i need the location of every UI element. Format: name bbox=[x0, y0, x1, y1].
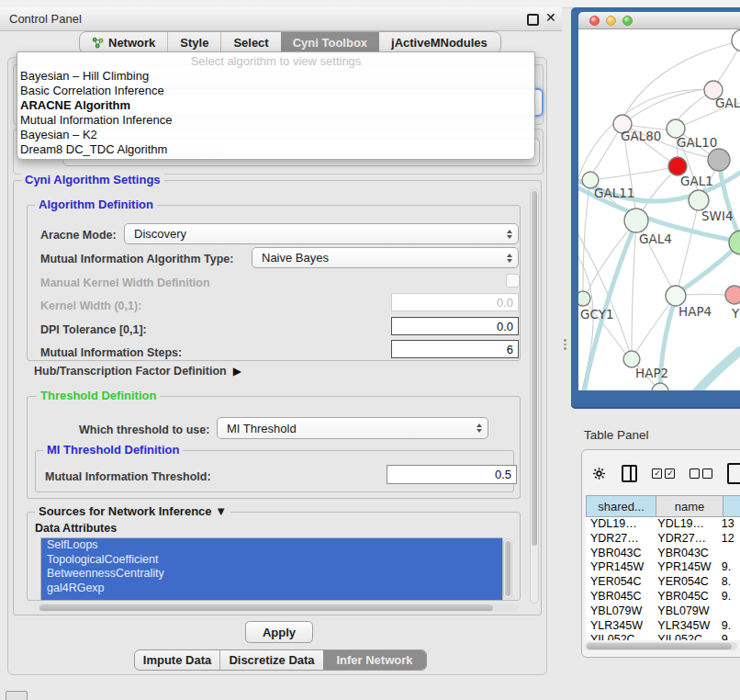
mi-threshold-value: 0.5 bbox=[495, 468, 511, 481]
kernel-width-input[interactable]: 0.0 bbox=[391, 293, 519, 311]
network-canvas[interactable]: GAL7GAL80GAL10GAL1GAL11SWI4GAL4GCY1HAP4Y… bbox=[578, 29, 740, 390]
table-row[interactable]: YBL079WYBL079W bbox=[586, 604, 740, 619]
attribute-item-betweennesscentrality[interactable]: BetweennessCentrality bbox=[41, 567, 502, 581]
close-light[interactable] bbox=[589, 16, 600, 26]
table-row[interactable]: YPR145WYPR145W9. bbox=[586, 560, 740, 575]
expand-arrow-icon[interactable]: ▶ bbox=[233, 365, 241, 378]
minimize-light[interactable] bbox=[606, 16, 616, 26]
attribute-item-topologicalcoefficient[interactable]: TopologicalCoefficient bbox=[41, 553, 502, 568]
mi-type-select[interactable]: Naive Bayes bbox=[252, 247, 519, 268]
which-threshold-select[interactable]: MI Threshold bbox=[217, 417, 488, 439]
zoom-light[interactable] bbox=[622, 16, 633, 26]
tab-impute-data[interactable]: Impute Data bbox=[135, 650, 219, 670]
column-header-shared[interactable]: shared... bbox=[586, 495, 656, 517]
network-node-hap4[interactable] bbox=[666, 286, 686, 306]
column-header-name[interactable]: name bbox=[656, 495, 723, 517]
hub-definition-section[interactable]: Hub/Transcription Factor Definition ▶ bbox=[34, 365, 241, 378]
sources-group-title: Sources for Network Inference ▼ bbox=[35, 504, 230, 518]
tab-label: Infer Network bbox=[336, 653, 412, 667]
table-cell: YDL19… bbox=[653, 517, 717, 532]
collapse-arrow-icon[interactable]: ▼ bbox=[215, 504, 227, 518]
tab-label: jActiveMNodules bbox=[391, 36, 488, 50]
collapsed-panel-button[interactable] bbox=[6, 691, 28, 700]
algorithm-definition-group: Algorithm Definition Aracne Mode: Discov… bbox=[27, 205, 521, 361]
table-cell: YDL19… bbox=[586, 517, 653, 532]
which-threshold-label: Which threshold to use: bbox=[79, 423, 209, 436]
network-icon bbox=[92, 37, 104, 49]
apply-button[interactable]: Apply bbox=[245, 621, 313, 643]
algorithm-option-aracne-algorithm[interactable]: ARACNE Algorithm bbox=[17, 98, 534, 113]
table-row[interactable]: YLR345WYLR345W9. bbox=[586, 619, 740, 634]
table-cell: YIL052C bbox=[586, 633, 653, 640]
table-cell: YER054C bbox=[653, 575, 717, 590]
tab-select[interactable]: Select bbox=[220, 32, 280, 53]
manual-kernel-checkbox[interactable] bbox=[506, 274, 520, 288]
table-header: shared...nameA bbox=[586, 495, 740, 517]
algorithm-option-dream8-dc-tdc-algorithm[interactable]: Dream8 DC_TDC Algorithm bbox=[17, 142, 534, 157]
tab-style[interactable]: Style bbox=[167, 32, 220, 53]
table-row[interactable]: YIL052CYIL052C9. bbox=[586, 633, 740, 640]
settings-horizontal-scrollbar[interactable] bbox=[38, 604, 519, 612]
attribute-list-scrollbar[interactable] bbox=[503, 538, 512, 599]
data-attributes-list[interactable]: SelfLoopsTopologicalCoefficientBetweenne… bbox=[40, 537, 503, 601]
tab-cyni-toolbox[interactable]: Cyni Toolbox bbox=[281, 32, 379, 53]
attribute-item-selfloops[interactable]: SelfLoops bbox=[41, 538, 502, 553]
mi-threshold-label: Mutual Information Threshold: bbox=[45, 470, 211, 483]
network-node-swi4[interactable] bbox=[689, 190, 709, 210]
tab-infer-network[interactable]: Infer Network bbox=[323, 650, 426, 670]
aracne-mode-select[interactable]: Discovery bbox=[124, 223, 519, 244]
node-label: GAL1 bbox=[680, 174, 713, 188]
table-cell: 13 bbox=[717, 517, 740, 532]
spinner-icon bbox=[507, 230, 512, 239]
dpi-tolerance-input[interactable]: 0.0 bbox=[391, 317, 519, 335]
document-icon[interactable] bbox=[727, 463, 740, 484]
aracne-mode-value: Discovery bbox=[134, 227, 186, 241]
table-cell: YDR27… bbox=[653, 532, 717, 547]
kernel-width-label: Kernel Width (0,1): bbox=[40, 299, 141, 312]
mi-steps-value: 6 bbox=[507, 343, 513, 356]
table-row[interactable]: YBR045CYBR045C9. bbox=[586, 590, 740, 604]
table-cell: 9. bbox=[717, 590, 740, 604]
gear-icon[interactable] bbox=[591, 465, 607, 482]
table-cell: YBR045C bbox=[653, 590, 717, 604]
network-node-gal4[interactable] bbox=[624, 209, 648, 232]
splitter-handle[interactable] bbox=[563, 339, 566, 350]
table-row[interactable]: YER054CYER054C8. bbox=[586, 575, 740, 590]
close-icon[interactable]: ✕ bbox=[545, 10, 556, 25]
tab-discretize-data[interactable]: Discretize Data bbox=[219, 650, 323, 670]
select-all-icon[interactable]: ✓✓ bbox=[652, 469, 675, 479]
table-row[interactable]: YDR27…YDR27…12 bbox=[586, 532, 740, 547]
tab-jactivemnodules[interactable]: jActiveMNodules bbox=[379, 32, 499, 53]
column-header-a[interactable]: A bbox=[723, 495, 740, 517]
mi-steps-input[interactable]: 6 bbox=[391, 340, 519, 358]
table-horizontal-scrollbar[interactable] bbox=[585, 642, 737, 650]
dpi-tolerance-label: DPI Tolerance [0,1]: bbox=[40, 323, 147, 336]
settings-vertical-scrollbar[interactable] bbox=[530, 188, 539, 604]
tab-network[interactable]: Network bbox=[80, 32, 167, 53]
algorithm-option-list: Bayesian – Hill ClimbingBasic Correlatio… bbox=[17, 69, 534, 157]
algorithm-option-basic-correlation-inference[interactable]: Basic Correlation Inference bbox=[17, 84, 534, 98]
network-window-titlebar[interactable] bbox=[578, 12, 740, 29]
columns-icon[interactable] bbox=[622, 465, 637, 482]
algorithm-option-bayesian-k2[interactable]: Bayesian – K2 bbox=[17, 128, 534, 142]
dpi-tolerance-value: 0.0 bbox=[497, 320, 513, 333]
table-cell: YLR345W bbox=[586, 619, 653, 634]
algorithm-option-bayesian-hill-climbing[interactable]: Bayesian – Hill Climbing bbox=[17, 69, 534, 84]
table-cell: YPR145W bbox=[586, 560, 653, 575]
deselect-all-icon[interactable] bbox=[690, 469, 712, 479]
network-node-gal1[interactable] bbox=[668, 157, 687, 175]
algorithm-option-mutual-information-inference[interactable]: Mutual Information Inference bbox=[17, 113, 534, 128]
network-node-gcy1[interactable] bbox=[578, 291, 590, 306]
network-view-window[interactable]: GAL7GAL80GAL10GAL1GAL11SWI4GAL4GCY1HAP4Y… bbox=[571, 7, 740, 409]
table-toolbar: ✓✓ bbox=[591, 459, 740, 487]
table-row[interactable]: YDL19…YDL19…13 bbox=[586, 517, 740, 532]
node-label: SWI4 bbox=[701, 209, 734, 223]
network-node[interactable] bbox=[708, 149, 730, 171]
network-node-y[interactable] bbox=[725, 286, 740, 304]
network-node[interactable] bbox=[732, 29, 740, 51]
float-icon[interactable] bbox=[527, 14, 539, 26]
table-row[interactable]: YBR043CYBR043C bbox=[586, 547, 740, 561]
cyni-algorithm-settings-group: Cyni Algorithm Settings Algorithm Defini… bbox=[13, 180, 542, 615]
mi-threshold-input[interactable]: 0.5 bbox=[387, 465, 517, 484]
attribute-item-gal4rgexp[interactable]: gal4RGexp bbox=[41, 581, 502, 596]
